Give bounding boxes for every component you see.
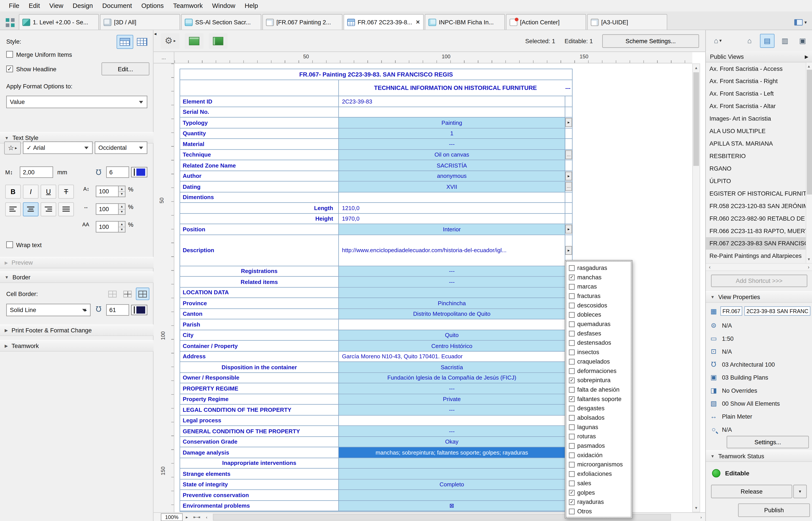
font-size-input[interactable]: 2,00 [20, 166, 53, 178]
row-value[interactable] [339, 490, 565, 500]
row-value[interactable] [339, 192, 565, 202]
view-item[interactable]: RGANO [706, 162, 812, 175]
menu-item-design[interactable]: Design [68, 1, 98, 10]
row-value[interactable] [339, 107, 565, 117]
tab-overflow-button[interactable]: ▾ [792, 15, 809, 30]
row-value[interactable]: Distrito Metropolitano de Quito [339, 309, 565, 319]
row-value[interactable]: Centro Histórico [339, 341, 565, 351]
row-value[interactable]: XVII [339, 182, 565, 191]
menu-item-options[interactable]: Options [137, 1, 169, 10]
teamwork-section-header[interactable]: ▶ Teamwork [0, 340, 154, 352]
view-item[interactable]: Images- Art in Sacristia [706, 112, 812, 125]
menu-item-file[interactable]: File [4, 1, 24, 10]
scroll-down-icon[interactable]: ▼ [806, 255, 812, 263]
row-value[interactable]: --- [339, 426, 565, 436]
spacing-factor-stepper[interactable]: ▲▼ [119, 221, 126, 232]
align-justify-button[interactable] [58, 202, 74, 216]
font-script-select[interactable]: Occidental [95, 141, 148, 154]
align-left-button[interactable] [5, 202, 21, 216]
ruler-origin-button[interactable]: ... [154, 52, 174, 63]
row-value[interactable] [339, 415, 565, 425]
border-inner-button[interactable] [121, 288, 134, 300]
menu-item-help[interactable]: Help [240, 1, 263, 10]
damage-option[interactable]: descosidos [569, 301, 632, 310]
damage-option[interactable]: rayaduras [569, 497, 632, 506]
scroll-up-icon[interactable]: ▲ [806, 63, 812, 70]
damage-option[interactable]: destensados [569, 338, 632, 347]
scheme-settings-button[interactable]: Scheme Settings... [602, 34, 699, 48]
border-all-button[interactable] [136, 288, 149, 300]
width-factor-stepper[interactable]: ▲▼ [119, 203, 126, 215]
scroll-right-button[interactable]: › [697, 513, 705, 521]
print-footer-section-header[interactable]: ▶ Print Footer & Format Change [0, 324, 154, 336]
view-item[interactable]: FR.060 2C23-982-90 RETABLO DE S [706, 212, 812, 225]
expand-arrow-button[interactable]: ▸ [565, 225, 572, 233]
favorites-button[interactable]: ☆ ▸ [4, 141, 21, 154]
damage-option[interactable]: insectos [569, 347, 632, 357]
bold-button[interactable]: B [5, 184, 21, 199]
merge-uniform-items-checkbox[interactable]: Merge Uniform Items [0, 51, 72, 58]
wrap-text-checkbox[interactable]: Wrap text [0, 242, 42, 248]
underline-button[interactable]: U [41, 184, 56, 199]
ellipsis-button[interactable]: … [565, 150, 572, 159]
damage-option[interactable]: exfoliaciones [569, 469, 632, 478]
damage-option[interactable]: abolsados [569, 413, 632, 422]
view-map-button[interactable]: ▤ [760, 33, 774, 48]
damage-option[interactable]: dobleces [569, 310, 632, 319]
damage-option[interactable]: golpes [569, 488, 632, 497]
tab-1[interactable]: 1. Level +2.00 - Se... [19, 14, 99, 30]
tab-7[interactable]: [Action Center] [506, 14, 586, 30]
damage-option[interactable]: microorganismos [569, 460, 632, 469]
view-item[interactable]: APILLA STA. MARIANA [706, 137, 812, 150]
row-value[interactable]: 1 [339, 128, 565, 138]
expand-arrow-button[interactable]: ▸ [565, 246, 572, 254]
row-value[interactable] [339, 319, 565, 330]
row-value[interactable] [339, 458, 565, 468]
view-name-field[interactable]: 2C23-39-83 SAN FRANC [744, 306, 810, 316]
damage-option[interactable]: fracturas [569, 291, 632, 301]
align-center-button[interactable] [23, 202, 38, 216]
damage-option[interactable]: craquelados [569, 357, 632, 366]
row-value[interactable]: Pinchincha [339, 298, 565, 308]
row-value[interactable]: Interior [339, 224, 565, 234]
damage-option[interactable]: sobrepintura [569, 376, 632, 385]
row-value[interactable]: anonymous [339, 171, 565, 181]
close-icon[interactable]: ✕ [416, 19, 420, 25]
view-item[interactable]: ÚLPITO [706, 175, 812, 187]
view-item[interactable]: EGISTER OF HISTORICAL FURNITURE [706, 187, 812, 200]
scrollbar-thumb[interactable] [807, 70, 812, 195]
row-value[interactable]: Completo [339, 479, 565, 490]
apply-format-select[interactable]: Value [6, 96, 147, 108]
zoom-level[interactable]: 100% [161, 513, 183, 521]
row-value[interactable]: ⊠ [339, 501, 565, 511]
collapse-left-panel-icon[interactable]: ◂ [154, 31, 156, 37]
damage-option[interactable]: falta de ahesión [569, 385, 632, 394]
border-pen-color-swatch[interactable] [131, 305, 148, 315]
row-value[interactable] [339, 469, 565, 479]
show-headline-checkbox[interactable]: Show Headline [0, 66, 57, 72]
release-dropdown-button[interactable]: ▾ [793, 485, 807, 498]
row-value[interactable]: Sacristía [339, 362, 565, 372]
scroll-down-icon[interactable]: ▼ [693, 504, 700, 512]
scroll-left-icon[interactable]: ‹ [706, 265, 714, 270]
view-settings-button[interactable]: Settings... [727, 436, 809, 448]
row-value[interactable] [339, 287, 565, 297]
edit-headline-button[interactable]: Edit... [101, 63, 149, 75]
zoom-menu-button[interactable]: ▸ [183, 513, 191, 521]
row-value[interactable]: Painting [339, 117, 565, 128]
view-item[interactable]: FR.058 2C23-120-83 SAN JERÓNIM [706, 200, 812, 212]
damage-option[interactable]: rasgaduras [569, 263, 632, 273]
update-schedule-button[interactable] [209, 33, 227, 49]
border-none-button[interactable] [106, 288, 119, 300]
fit-in-window-button[interactable]: ⇤⇥ [191, 513, 202, 521]
view-item[interactable]: Ax. Front Sacristia - Left [706, 87, 812, 100]
view-item[interactable]: FR.066 2C23-11-83 RAPTO, MUERT [706, 225, 812, 237]
row-value[interactable]: Fundación Iglesia de la Compañía de Jesú… [339, 372, 565, 383]
damage-option[interactable]: desgastes [569, 404, 632, 413]
ellipsis-button[interactable]: … [565, 182, 572, 191]
align-right-button[interactable] [41, 202, 56, 216]
vertical-scrollbar[interactable]: ▲ ▼ [692, 63, 700, 512]
tab-3[interactable]: SS-Al Section Sacr... [181, 14, 261, 30]
row-value[interactable]: --- [339, 277, 565, 287]
row-value[interactable]: manchas; sobrepintura; faltantes soporte… [339, 447, 565, 457]
